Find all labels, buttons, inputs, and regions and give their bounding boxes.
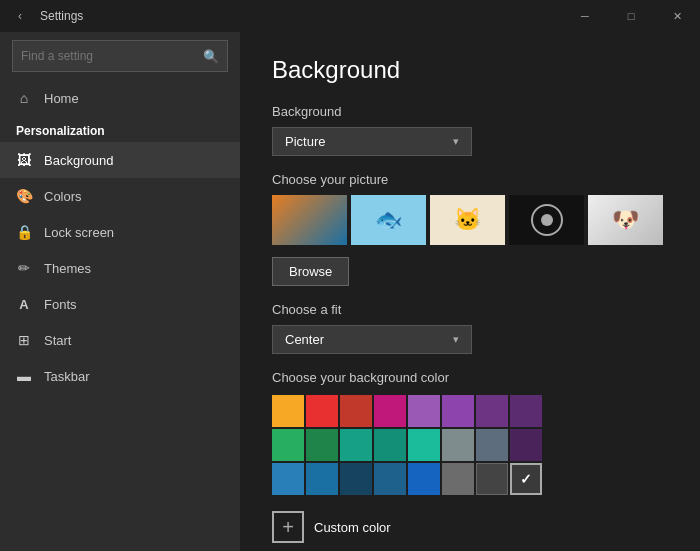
color-swatch[interactable] [340,429,372,461]
sidebar-item-label: Themes [44,261,91,276]
fonts-icon: A [16,296,32,312]
sidebar: 🔍 ⌂ Home Personalization 🖼 Background 🎨 … [0,32,240,551]
color-swatch[interactable] [272,463,304,495]
color-swatch[interactable] [374,429,406,461]
color-swatch[interactable] [272,395,304,427]
search-icon: 🔍 [203,49,219,64]
color-swatch[interactable] [442,463,474,495]
search-box[interactable]: 🔍 [12,40,228,72]
fit-section-label: Choose a fit [272,302,668,317]
color-swatch[interactable] [408,463,440,495]
background-section-label: Background [272,104,668,119]
fit-dropdown[interactable]: Center ▾ [272,325,472,354]
custom-color-label: Custom color [314,520,391,535]
dropdown-arrow-icon: ▾ [453,135,459,148]
background-dropdown-value: Picture [285,134,325,149]
color-swatch[interactable] [272,429,304,461]
sidebar-item-label: Start [44,333,71,348]
color-section-label: Choose your background color [272,370,668,385]
sidebar-item-themes[interactable]: ✏ Themes [0,250,240,286]
sidebar-item-lockscreen[interactable]: 🔒 Lock screen [0,214,240,250]
picture-thumb-3[interactable]: 🐱 [430,195,505,245]
back-button[interactable]: ‹ [8,4,32,28]
titlebar: ‹ Settings ─ □ ✕ [0,0,700,32]
color-swatch[interactable] [306,429,338,461]
sidebar-item-taskbar[interactable]: ▬ Taskbar [0,358,240,394]
sidebar-item-label: Taskbar [44,369,90,384]
themes-icon: ✏ [16,260,32,276]
window-controls: ─ □ ✕ [562,0,700,32]
color-row-3 [272,463,668,495]
sidebar-item-background[interactable]: 🖼 Background [0,142,240,178]
color-swatch[interactable] [510,395,542,427]
sidebar-item-label: Fonts [44,297,77,312]
taskbar-icon: ▬ [16,368,32,384]
color-grid [272,395,668,495]
fit-dropdown-arrow-icon: ▾ [453,333,459,346]
sidebar-item-fonts[interactable]: A Fonts [0,286,240,322]
page-title: Background [272,56,668,84]
sidebar-item-start[interactable]: ⊞ Start [0,322,240,358]
home-icon: ⌂ [16,90,32,106]
picture-thumb-2[interactable]: 🐟 [351,195,426,245]
color-swatch[interactable] [340,463,372,495]
color-swatch[interactable] [306,463,338,495]
app-title: Settings [40,9,83,23]
colors-icon: 🎨 [16,188,32,204]
sidebar-item-label: Background [44,153,113,168]
color-swatch[interactable] [340,395,372,427]
color-swatch[interactable] [374,395,406,427]
background-icon: 🖼 [16,152,32,168]
color-swatch[interactable] [510,429,542,461]
minimize-button[interactable]: ─ [562,0,608,32]
color-swatch[interactable] [476,395,508,427]
background-dropdown[interactable]: Picture ▾ [272,127,472,156]
picture-thumb-4[interactable] [509,195,584,245]
picture-thumb-5[interactable]: 🐶 [588,195,663,245]
picture-chooser: 🐟 🐱 🐶 [272,195,668,245]
svg-point-1 [541,214,553,226]
content-area: Background Background Picture ▾ Choose y… [240,32,700,551]
color-swatch[interactable] [408,429,440,461]
circle-illustration [527,200,567,240]
sidebar-item-label: Lock screen [44,225,114,240]
custom-color-plus-icon: + [272,511,304,543]
start-icon: ⊞ [16,332,32,348]
color-swatch[interactable] [476,463,508,495]
pic3-illustration: 🐱 [454,207,481,233]
sidebar-item-label: Home [44,91,79,106]
color-swatch[interactable] [408,395,440,427]
color-swatch[interactable] [442,429,474,461]
color-swatch[interactable] [476,429,508,461]
picture-thumb-1[interactable] [272,195,347,245]
picture-section-label: Choose your picture [272,172,668,187]
sidebar-item-label: Colors [44,189,82,204]
color-swatch[interactable] [306,395,338,427]
color-swatch[interactable] [374,463,406,495]
sidebar-section: Personalization [0,116,240,142]
sidebar-item-home[interactable]: ⌂ Home [0,80,240,116]
color-row-1 [272,395,668,427]
color-row-2 [272,429,668,461]
fit-dropdown-value: Center [285,332,324,347]
color-swatch[interactable] [442,395,474,427]
color-swatch-selected[interactable] [510,463,542,495]
search-input[interactable] [21,49,203,63]
custom-color-button[interactable]: + Custom color [272,507,668,547]
lockscreen-icon: 🔒 [16,224,32,240]
close-button[interactable]: ✕ [654,0,700,32]
sidebar-item-colors[interactable]: 🎨 Colors [0,178,240,214]
pic2-illustration: 🐟 [375,207,402,233]
app-body: 🔍 ⌂ Home Personalization 🖼 Background 🎨 … [0,32,700,551]
browse-button[interactable]: Browse [272,257,349,286]
pic5-illustration: 🐶 [612,207,639,233]
maximize-button[interactable]: □ [608,0,654,32]
